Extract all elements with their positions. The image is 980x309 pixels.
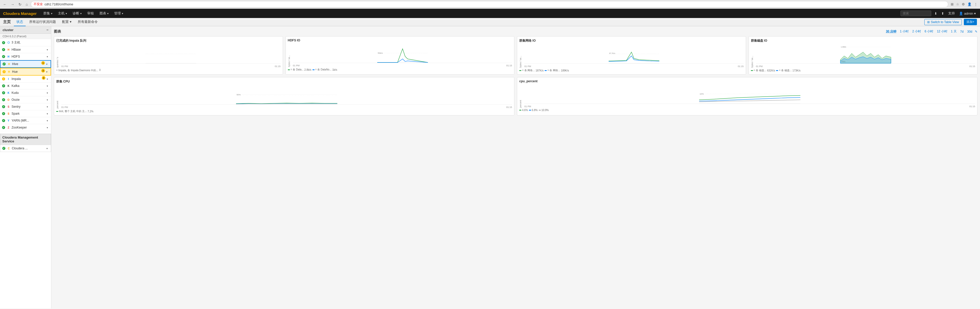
edit-charts-icon[interactable]: ✎	[975, 30, 977, 34]
translate-button[interactable]: ⊞	[950, 2, 954, 7]
hdfs-io-legend-2: = 各 DataNo... 1b/s	[312, 68, 337, 72]
tab-health-issues[interactable]: 所有运行状况问题	[27, 18, 59, 26]
refresh-button[interactable]: ↻	[18, 2, 22, 7]
hdfs-io-label-2: = 各 DataNo...	[315, 68, 332, 72]
mgmt-section-header: Cloudera Management Service	[0, 134, 51, 145]
sidebar-item-oozie[interactable]: ✓ O Oozie ▾	[0, 96, 51, 103]
cpu-percent-area: percent 10% 01 PM 01:15	[519, 85, 975, 108]
sidebar-item-kafka[interactable]: ✓ K Kafka ▾	[0, 83, 51, 90]
search-input[interactable]	[900, 11, 931, 16]
forward-button[interactable]: →	[10, 2, 15, 7]
tab-config[interactable]: 配置 ▾	[59, 18, 74, 26]
nav-charts[interactable]: 图表 ▾	[97, 10, 111, 17]
kudu-expand-icon[interactable]: ▾	[46, 91, 49, 95]
extensions-button[interactable]: ⚙	[961, 2, 966, 7]
kafka-label: Kafka	[11, 84, 46, 88]
download-button[interactable]: ⬇	[933, 11, 938, 16]
nav-diagnostics[interactable]: 诊断 ▾	[70, 10, 84, 17]
hdfs-io-x1: 01 PM	[293, 64, 300, 67]
oozie-label: Oozie	[11, 98, 46, 102]
bookmark-button[interactable]: ☆	[956, 2, 960, 7]
oozie-icon: O	[6, 98, 11, 102]
logo-cloudera: Cloudera	[3, 11, 20, 16]
nav-cluster[interactable]: 群集 ▾	[41, 10, 55, 17]
switch-table-button[interactable]: ⊞ Switch to Table View	[924, 19, 962, 25]
time-1hr[interactable]: 1 小时	[899, 29, 910, 34]
impala-expand-icon[interactable]: ▾	[46, 77, 49, 81]
status-dot-hosts: ✓	[2, 41, 5, 44]
yarn-expand-icon[interactable]: ▾	[46, 119, 49, 123]
cluster-network-io-val-1: 187K/s	[536, 69, 544, 72]
cluster-cpu-val-1: 7.2%	[88, 110, 93, 113]
sentry-expand-icon[interactable]: ▾	[46, 105, 49, 109]
home-button[interactable]: ⌂	[25, 2, 29, 7]
hue-label: Hue	[12, 70, 45, 74]
charts-title: 图表	[54, 29, 61, 34]
time-30d[interactable]: 30d	[966, 29, 973, 34]
nav-hosts[interactable]: 主机 ▾	[56, 10, 70, 17]
upload-button[interactable]: ⬆	[940, 11, 945, 16]
cpu-percent-dot-1	[519, 110, 521, 110]
impala-queue-area: queries / s 01 PM 01:15	[56, 45, 281, 67]
hue-expand-icon[interactable]: ▾	[45, 70, 48, 74]
sidebar-item-sentry[interactable]: ✓ S Sentry ▾	[0, 103, 51, 110]
svg-text:97.7K/s: 97.7K/s	[609, 53, 616, 54]
cpu-percent-dot-3	[539, 110, 541, 110]
sidebar-item-cloudera[interactable]: ✓ C Cloudera ... ▾	[0, 145, 51, 152]
impala-queue-x1: 01 PM	[61, 65, 68, 67]
admin-button[interactable]: 👤 admin ▾	[958, 11, 977, 16]
spark-expand-icon[interactable]: ▾	[46, 112, 49, 116]
sidebar-item-hue[interactable]: ! H Hue 3 ▾	[0, 68, 51, 75]
hdfs-io-dot-1	[288, 69, 290, 70]
time-6hr[interactable]: 6 小时	[924, 29, 934, 34]
sidebar-collapse-button[interactable]: −	[46, 28, 48, 32]
hive-badge: 1	[41, 61, 45, 65]
sidebar-item-hive[interactable]: ✓ H Hive 1 ▾	[0, 60, 51, 68]
oozie-expand-icon[interactable]: ▾	[46, 98, 49, 102]
cpu-percent-title: cpu_percent	[519, 79, 975, 83]
time-2hr[interactable]: 2 小时	[911, 29, 922, 34]
status-dot-kafka: ✓	[2, 84, 5, 87]
hosts-label: 3 主机	[11, 40, 49, 45]
cluster-network-io-y-label: bytes / se...	[519, 45, 522, 67]
menu-button[interactable]: ⋮	[974, 2, 978, 7]
cpu-percent-x-labels: 01 PM 01:15	[524, 105, 975, 108]
impala-queue-legend: = Impala, 各 Impala Daemons 中的... 0	[56, 69, 281, 72]
cloudera-expand-icon[interactable]: ▾	[45, 147, 49, 150]
cluster-disk-io-area: bytes / se... 1.9M/s 77K/s 01 PM	[751, 45, 975, 67]
add-button[interactable]: 添加+	[964, 19, 977, 25]
zookeeper-expand-icon[interactable]: ▾	[46, 126, 49, 130]
impala-queue-value: 0	[99, 69, 101, 72]
nav-manage[interactable]: 管理 ▾	[111, 10, 126, 17]
time-12hr[interactable]: 12 小时	[936, 29, 948, 34]
sidebar-item-kudu[interactable]: ✓ K Kudu ▾	[0, 90, 51, 96]
kafka-expand-icon[interactable]: ▾	[46, 84, 49, 88]
nav-audit[interactable]: 审核	[85, 10, 97, 17]
hdfs-io-dot-2	[312, 69, 315, 70]
profile-button[interactable]: 👤	[967, 2, 972, 7]
time-30min[interactable]: 30 分钟	[885, 29, 897, 34]
sidebar-item-zookeeper[interactable]: ✓ Z ZooKeeper ▾	[0, 124, 51, 131]
status-dot-oozie: ✓	[2, 98, 5, 101]
hdfs-expand-icon[interactable]: ▾	[46, 55, 49, 59]
tab-status[interactable]: 状态	[14, 18, 25, 26]
sidebar-item-hdfs[interactable]: ✓ H HDFS ▾	[0, 53, 51, 60]
cluster-cpu-area: percent 50% 01 PM 01:15	[56, 85, 512, 109]
status-dot-sentry: ✓	[2, 105, 5, 108]
sidebar-item-hbase[interactable]: ✓ H HBase ▾	[0, 46, 51, 53]
sidebar-item-yarn[interactable]: ✓ Y YARN (MR... ▾	[0, 117, 51, 124]
time-1day[interactable]: 1 天	[950, 29, 958, 34]
tab-commands[interactable]: 所有最新命令	[75, 18, 100, 26]
sidebar-item-spark[interactable]: ✓ S Spark ▾	[0, 110, 51, 117]
sidebar-item-impala[interactable]: ! I Impala 2 ▾	[0, 75, 51, 83]
hue-badge: 3	[41, 69, 45, 72]
charts-header: 图表 30 分钟 1 小时 2 小时 6 小时 12 小时 1 天 7d 30d…	[54, 29, 977, 34]
app-header: Cloudera Manager 群集 ▾ 主机 ▾ 诊断 ▾ 审核 图表 ▾ …	[0, 9, 980, 18]
sidebar-item-hosts[interactable]: ✓ ⬡ 3 主机	[0, 39, 51, 46]
hive-expand-icon[interactable]: ▾	[45, 62, 48, 66]
support-button[interactable]: 支持	[947, 11, 956, 16]
status-dot-hive: ✓	[3, 62, 6, 66]
back-button[interactable]: ←	[2, 2, 8, 7]
time-7d[interactable]: 7d	[959, 29, 965, 34]
hbase-expand-icon[interactable]: ▾	[46, 48, 49, 52]
